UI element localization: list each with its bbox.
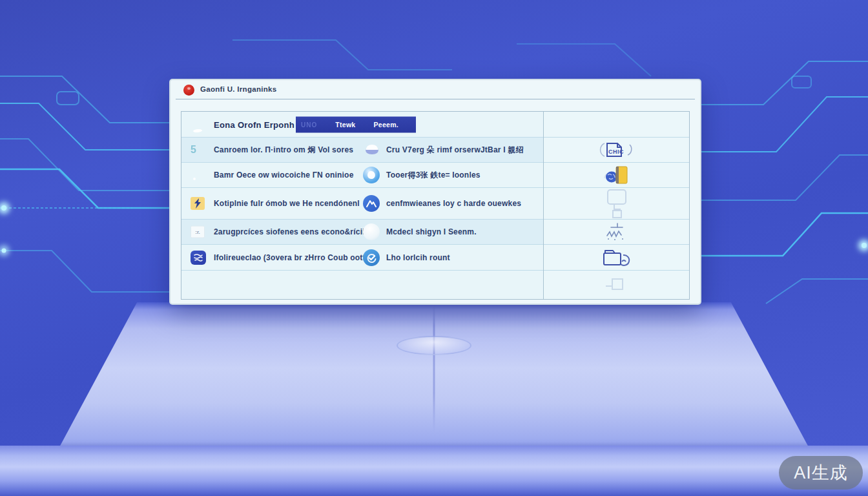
list-item[interactable]: :r. 2arugprcíces siofenes eens econo&ríc…	[181, 220, 543, 245]
desk-surface	[0, 446, 868, 496]
svg-text:CHIC: CHIC	[608, 149, 624, 155]
item-label: Canroem lor. Π·intro om 炯 Vol sores	[214, 145, 353, 156]
monitor-sketch-icon	[544, 188, 689, 219]
sketch-five-icon: 5	[191, 144, 196, 156]
banner-primary-button[interactable]: Ttewk	[335, 121, 355, 129]
item-sublabel: Tooer得3张 鉄te= Ioonles	[386, 170, 480, 181]
folder-sketch-icon	[544, 245, 689, 270]
sketch-row	[544, 220, 689, 245]
mountain-circle-icon	[363, 195, 380, 212]
item-sublabel: Lho lorlcih rount	[386, 253, 450, 262]
check-circle-icon	[363, 249, 380, 266]
list-item[interactable]: Kotiplnie fulr ómob we He ncendónenl cen…	[181, 188, 543, 220]
item-sublabel: Mcdecl shigyn I Seenm.	[386, 227, 477, 236]
ai-generated-watermark: AI生成	[779, 456, 863, 490]
content-panel: Eona Orofn Erponh Laom UNO Ttewk Peeem. …	[181, 111, 690, 300]
titlebar-divider	[176, 99, 695, 99]
blue-orb-icon	[363, 167, 380, 183]
sketch-row: CHIC	[544, 138, 689, 163]
list-item[interactable]: 5 Canroem lor. Π·intro om 炯 Vol sores Cr…	[181, 138, 543, 163]
sketch-row	[544, 245, 689, 271]
faint-glyph-icon: :r.	[191, 226, 205, 238]
cloud-icon	[363, 141, 381, 158]
list-item[interactable]: Eona Orofn Erponh Laom UNO Ttewk Peeem.	[181, 112, 543, 138]
sketch-row	[544, 112, 689, 138]
item-label: 2arugprcíces siofenes eens econo&ríciing…	[214, 227, 379, 236]
banner-ghost-text: UNO	[301, 121, 317, 128]
sketch-row	[544, 163, 689, 188]
app-logo-icon	[183, 85, 194, 96]
blue-knot-icon	[191, 251, 206, 265]
window-titlebar: Gaonfi U. Irnganinks	[170, 80, 700, 100]
white-orb-icon	[363, 223, 380, 240]
document-sketch-icon: CHIC	[544, 138, 689, 162]
sketch-column: CHIC	[543, 112, 689, 299]
scene: Gaonfi U. Irnganinks Eona Orofn Erponh L…	[0, 0, 868, 496]
window-title: Gaonfi U. Irnganinks	[200, 85, 276, 93]
list-item-empty	[181, 271, 543, 299]
item-label: Ifolireueclao (3overa br zHrro Coub ootf…	[214, 253, 375, 262]
laptop-base	[58, 302, 810, 450]
item-list: Eona Orofn Erponh Laom UNO Ttewk Peeem. …	[181, 112, 543, 299]
folder-color-icon	[544, 163, 689, 187]
square-sketch-icon	[544, 271, 689, 299]
banner-secondary-button[interactable]: Peeem.	[374, 121, 399, 129]
list-item[interactable]: Bamr Oece ow wiocoiche ΓN oninioe Tooer得…	[181, 163, 543, 188]
sketch-row	[544, 188, 689, 220]
highlight-banner: UNO Ttewk Peeem.	[296, 116, 416, 132]
item-label: Kotiplnie fulr ómob we He ncendónenl	[214, 199, 360, 208]
scribble-sketch-icon	[544, 220, 689, 244]
sketch-row	[544, 271, 689, 299]
item-sublabel: Cru V7erg 朵 rimf orserwJtBar I 親绍	[386, 145, 524, 156]
app-window: Gaonfi U. Irnganinks Eona Orofn Erponh L…	[170, 80, 700, 304]
item-sublabel: cenfmwieanes loy c harde ouewkes	[386, 199, 521, 208]
laptop-hinge-oval	[397, 336, 471, 355]
laptop-seam	[433, 302, 435, 432]
list-item[interactable]: Ifolireueclao (3overa br zHrro Coub ootf…	[181, 245, 543, 271]
item-label: Bamr Oece ow wiocoiche ΓN oninioe	[214, 170, 354, 180]
yellow-bolt-icon	[191, 197, 205, 210]
